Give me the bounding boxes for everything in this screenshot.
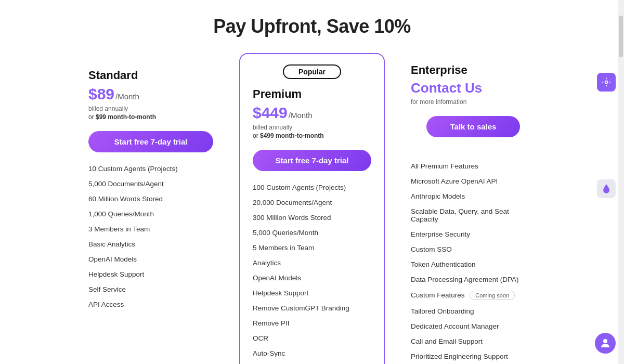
custom-features-label: Custom Features [411, 291, 465, 299]
list-item: Auto-Sync [253, 349, 371, 357]
premium-billed: billed annually [253, 124, 371, 131]
standard-monthly-price: $99 month-to-month [96, 113, 156, 121]
enterprise-contact-label: Contact Us [411, 80, 536, 96]
premium-cta-button[interactable]: Start free 7-day trial [253, 150, 371, 171]
list-item: Enterprise Security [411, 230, 536, 238]
list-item: Remove PII [253, 319, 371, 327]
list-item: Anthropic Models [411, 192, 536, 200]
list-item: Tailored Onboarding [411, 307, 536, 315]
plan-enterprise: Enterprise Contact Us for more informati… [400, 58, 546, 364]
list-item: Custom SSO [411, 245, 536, 253]
premium-monthly-price: $499 month-to-month [260, 132, 324, 139]
standard-price: $89 /Month [88, 85, 213, 103]
list-item: OpenAI Models [253, 274, 371, 282]
list-item: API Access [88, 301, 213, 308]
list-item: 60 Million Words Stored [88, 195, 213, 203]
list-item: Data Processing Agreement (DPA) [411, 276, 536, 283]
list-item: 300 Million Words Stored [253, 214, 371, 222]
plan-standard: Standard $89 /Month billed annually or $… [78, 58, 224, 319]
standard-plan-name: Standard [88, 69, 213, 82]
enterprise-plan-name: Enterprise [411, 63, 536, 77]
list-item: OpenAI Models [88, 255, 213, 263]
list-item: Scalable Data, Query, and Seat Capacity [411, 207, 536, 223]
standard-amount: $89 [88, 85, 114, 103]
list-item: Dedicated Account Manager [411, 322, 536, 330]
list-item: 5,000 Documents/Agent [88, 180, 213, 188]
premium-feature-list: 100 Custom Agents (Projects) 20,000 Docu… [253, 184, 371, 364]
popular-label: Popular [283, 64, 341, 79]
list-item: Helpdesk Support [88, 270, 213, 278]
page-title: Pay Upfront, Save 10% [0, 16, 624, 37]
list-item: Helpdesk Support [253, 289, 371, 297]
standard-period: /Month [115, 92, 139, 101]
list-item: Token Authentication [411, 261, 536, 268]
list-item: OCR [253, 334, 371, 342]
list-item: 5 Members in Team [253, 244, 371, 252]
plans-container: Standard $89 /Month billed annually or $… [0, 58, 624, 364]
list-item: Self Service [88, 285, 213, 293]
list-item: 3 Members in Team [88, 225, 213, 233]
list-item: Basic Analytics [88, 240, 213, 248]
list-item: 5,000 Queries/Month [253, 229, 371, 237]
enterprise-info: for more information [411, 98, 536, 106]
list-item: 20,000 Documents/Agent [253, 199, 371, 206]
plan-premium: Popular Premium $449 /Month billed annua… [239, 53, 385, 364]
list-item: 1,000 Queries/Month [88, 210, 213, 218]
list-item: Microsoft Azure OpenAI API [411, 177, 536, 185]
coming-soon-badge: Coming soon [470, 291, 515, 300]
standard-billed: billed annually [88, 105, 213, 112]
standard-feature-list: 10 Custom Agents (Projects) 5,000 Docume… [88, 165, 213, 308]
list-item: All Premium Features [411, 162, 536, 170]
enterprise-cta-button[interactable]: Talk to sales [426, 116, 520, 137]
popular-badge: Popular [253, 64, 371, 79]
list-item: Call and Email Support [411, 337, 536, 345]
standard-cta-button[interactable]: Start free 7-day trial [88, 131, 213, 152]
premium-monthly: or $499 month-to-month [253, 132, 371, 139]
premium-amount: $449 [253, 104, 288, 122]
list-item: Prioritized Engineering Support [411, 353, 536, 360]
list-item: 100 Custom Agents (Projects) [253, 184, 371, 191]
premium-price: $449 /Month [253, 104, 371, 122]
list-item: Analytics [253, 259, 371, 267]
premium-period: /Month [289, 111, 313, 120]
list-item: Remove CustomGPT Branding [253, 304, 371, 312]
standard-monthly: or $99 month-to-month [88, 113, 213, 121]
enterprise-feature-list: All Premium Features Microsoft Azure Ope… [411, 162, 536, 360]
premium-plan-name: Premium [253, 87, 371, 101]
list-item: 10 Custom Agents (Projects) [88, 165, 213, 173]
list-item: Custom Features Coming soon [411, 291, 536, 300]
